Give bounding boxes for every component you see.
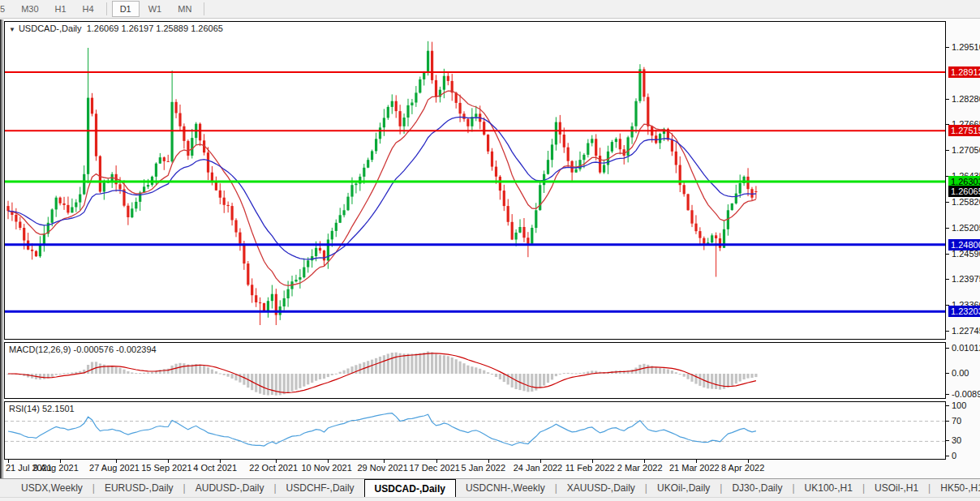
price-axis-label: 1.25205 [952, 223, 980, 233]
macd-axis-label: 0.00 [952, 368, 969, 378]
tab-usoil-h1[interactable]: USOil-,H1 [865, 479, 928, 497]
price-axis-label: 1.29510 [952, 42, 980, 52]
price-axis-tick [946, 99, 949, 100]
timeframe-toolbar: 5M30H1H4D1W1MN [0, 0, 980, 19]
price-axis-tick [946, 202, 949, 203]
macd-axis-label: -0.008937 [952, 389, 980, 399]
rsi-axis-label: 100 [952, 400, 966, 410]
toolbar-separator [106, 2, 107, 15]
macd-axis-label: 0.010127 [952, 343, 980, 353]
date-axis-label: 11 Feb 2022 [565, 463, 615, 473]
macd-panel[interactable]: MACD(12,26,9) -0.000576 -0.002394 [4, 342, 946, 399]
tab-dj30-daily[interactable]: DJ30-,Daily [722, 479, 792, 497]
rsi-axis-label: 0 [952, 451, 956, 460]
mt4-workspace: 5M30H1H4D1W1MN ▼USDCAD-,Daily 1.26069 1.… [0, 0, 980, 501]
tab-xauusd-daily[interactable]: XAUUSD-,Daily [557, 479, 645, 497]
date-axis: 21 Jul 20219 Aug 202127 Aug 202115 Sep 2… [4, 460, 946, 477]
macd-axis-tick [946, 373, 949, 374]
tab-usdchf-daily[interactable]: USDCHF-,Daily [277, 479, 364, 497]
price-axis: 1.295101.282801.276651.270501.264351.258… [946, 21, 980, 460]
macd-values: -0.000576 -0.002394 [73, 345, 156, 354]
chart-ohlc-values: 1.26069 1.26197 1.25889 1.26065 [87, 24, 223, 33]
chart-title: ▼USDCAD-,Daily 1.26069 1.26197 1.25889 1… [9, 24, 223, 33]
macd-label: MACD(12,26,9) -0.000576 -0.002394 [9, 345, 157, 354]
price-axis-tick [946, 150, 949, 151]
tab-audusd-daily[interactable]: AUDUSD-,Daily [186, 479, 274, 497]
price-level-badge: 1.28912 [948, 66, 980, 78]
date-axis-label: 29 Nov 2021 [357, 463, 407, 473]
price-axis-label: 1.27050 [952, 145, 980, 155]
date-axis-label: 5 Jan 2022 [462, 463, 505, 473]
macd-axis-tick [946, 348, 949, 349]
rsi-axis-tick [946, 440, 949, 441]
timeframe-button-m30[interactable]: M30 [14, 2, 45, 16]
date-axis-label: 10 Nov 2021 [301, 463, 351, 473]
price-axis-label: 1.22745 [952, 326, 980, 336]
macd-name: MACD(12,26,9) [9, 345, 71, 354]
price-axis-tick [946, 254, 949, 255]
timeframe-button-mn[interactable]: MN [170, 2, 199, 16]
toolbar-separator [204, 2, 204, 15]
candlestick-chart[interactable] [5, 22, 945, 339]
rsi-name: RSI(14) [9, 404, 40, 413]
chart-symbol-label: USDCAD-,Daily [19, 24, 82, 33]
timeframe-button-h4[interactable]: H4 [75, 2, 101, 16]
timeframe-button-h1[interactable]: H1 [48, 2, 74, 16]
rsi-axis-tick [946, 456, 949, 456]
date-axis-label: 17 Dec 2021 [410, 463, 460, 473]
rsi-axis-label: 70 [952, 416, 961, 426]
tab-uk100-h1[interactable]: UK100-,H1 [795, 479, 862, 497]
current-price-badge: 1.26065 [948, 186, 980, 197]
price-level-badge: 1.24800 [948, 239, 980, 250]
date-axis-label: 8 Apr 2022 [721, 463, 764, 473]
tab-ukoil-daily[interactable]: UKOil-,Daily [647, 479, 720, 497]
timeframe-button-d1[interactable]: D1 [112, 1, 140, 17]
date-axis-label: 22 Oct 2021 [249, 463, 298, 473]
rsi-axis-tick [946, 421, 949, 422]
price-level-badge: 1.23203 [948, 306, 980, 317]
tab-usdx-weekly[interactable]: USDX,Weekly [11, 479, 92, 497]
bottom-strip [0, 497, 980, 501]
price-axis-label: 1.28280 [952, 94, 980, 104]
price-axis-tick [946, 279, 949, 280]
rsi-panel[interactable]: RSI(14) 52.1501 [4, 401, 946, 460]
price-level-badge: 1.27515 [948, 125, 980, 136]
tab-usdcnh-weekly[interactable]: USDCNH-,Weekly [456, 479, 555, 497]
rsi-label: RSI(14) 52.1501 [9, 404, 75, 413]
date-axis-label: 15 Sep 2021 [141, 463, 191, 473]
date-axis-label: 2 Mar 2022 [617, 463, 663, 473]
price-axis-tick [946, 331, 949, 332]
price-axis-label: 1.23975 [952, 274, 980, 284]
rsi-value: 52.1501 [42, 404, 75, 413]
rsi-chart[interactable] [5, 402, 945, 459]
price-axis-label: 1.25820 [952, 197, 980, 207]
timeframe-button-5[interactable]: 5 [0, 2, 12, 16]
dropdown-arrow-icon[interactable]: ▼ [9, 26, 15, 33]
date-axis-label: 24 Jan 2022 [514, 463, 563, 473]
timeframe-button-w1[interactable]: W1 [141, 2, 170, 16]
price-chart-panel[interactable]: ▼USDCAD-,Daily 1.26069 1.26197 1.25889 1… [4, 21, 946, 340]
rsi-axis-tick [946, 405, 949, 406]
price-axis-tick [946, 228, 949, 229]
date-axis-label: 21 Mar 2022 [669, 463, 720, 473]
tab-hk50-h1[interactable]: HK50-,H1 [931, 479, 980, 497]
tab-eurusd-daily[interactable]: EURUSD-,Daily [95, 479, 183, 497]
rsi-axis-label: 30 [952, 435, 961, 445]
window-left-border [0, 19, 3, 498]
date-axis-label: 9 Aug 2021 [33, 463, 79, 473]
chart-tab-bar: USDX,Weekly|EURUSD-,Daily|AUDUSD-,Daily|… [0, 478, 980, 497]
date-axis-label: 4 Oct 2021 [193, 463, 237, 473]
tab-usdcad-daily[interactable]: USDCAD-,Daily [364, 479, 456, 497]
price-axis-tick [946, 47, 949, 48]
macd-axis-tick [946, 394, 949, 395]
date-axis-label: 27 Aug 2021 [89, 463, 140, 473]
